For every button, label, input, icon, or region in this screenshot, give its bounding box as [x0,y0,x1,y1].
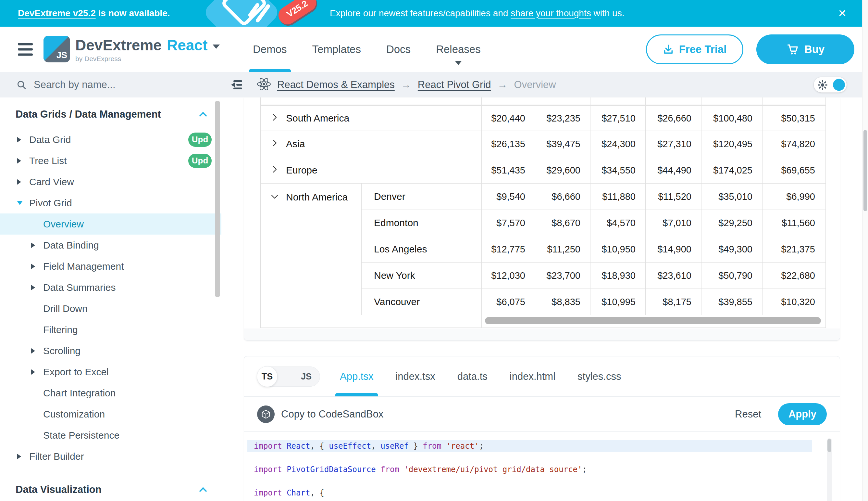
pivot-row-new-york: New York$12,030$23,700$18,930$23,610$50,… [362,263,825,289]
expand-arrow-icon[interactable] [17,201,24,205]
sidebar-item-filtering[interactable]: Filtering [0,319,221,340]
expand-arrow-icon[interactable] [31,348,38,354]
expand-arrow-icon[interactable] [31,369,38,375]
pivot-region-cell-north-america[interactable]: North America [261,183,362,315]
code-line: import Chart, { [254,487,840,499]
chevron-right-icon[interactable] [270,113,279,125]
chevron-down-icon[interactable] [270,192,279,204]
section-title: Data Visualization [15,484,102,495]
nav-item-demos[interactable]: Demos [253,26,287,72]
tab-styles-css[interactable]: styles.css [578,356,621,396]
tab-index-html[interactable]: index.html [510,356,556,396]
language-toggle-selected[interactable]: TS [257,366,277,387]
reset-button[interactable]: Reset [735,408,761,420]
theme-toggle-knob[interactable] [833,79,845,91]
sidebar-item-scrolling[interactable]: Scrolling [0,340,221,361]
sidebar-item-chart-integration[interactable]: Chart Integration [0,382,221,404]
search-input[interactable]: Search by name... [0,72,221,97]
apply-button[interactable]: Apply [778,403,827,425]
sidebar-item-drill-down[interactable]: Drill Down [0,298,221,319]
pivot-value-cell: $44,490 [646,157,702,183]
tab-index-tsx[interactable]: index.tsx [395,356,435,396]
chevron-down-icon[interactable] [213,44,220,49]
sidebar-item-label: Tree List [29,155,67,166]
page-scrollbar[interactable] [862,0,868,501]
sidebar-item-card-view[interactable]: Card View [0,171,221,192]
expand-arrow-icon[interactable] [31,242,38,248]
sidebar-item-overview[interactable]: Overview [0,213,221,235]
expand-arrow-icon[interactable] [31,285,38,290]
chevron-right-icon[interactable] [270,164,279,177]
share-your-thoughts-link[interactable]: share your thoughts [510,8,591,18]
pivot-region-cell-asia[interactable]: Asia [261,131,482,157]
framework-selector[interactable]: React [167,38,207,53]
pivot-empty-cell [535,97,591,105]
hamburger-menu-icon[interactable] [18,43,33,56]
nav-item-docs[interactable]: Docs [386,26,411,72]
code-panel: TS JS App.tsxindex.tsxdata.tsindex.htmls… [244,356,840,501]
free-trial-button[interactable]: Free Trial [646,34,743,64]
sidebar-item-pivot-grid[interactable]: Pivot Grid [0,192,221,213]
expand-arrow-icon[interactable] [17,137,24,143]
tab-data-ts[interactable]: data.ts [457,356,487,396]
code-editor[interactable]: import React, { useEffect, useRef } from… [244,432,840,499]
toolbar-band: Search by name... React Demos & Examples… [0,72,862,97]
code-scrollbar[interactable] [827,438,832,501]
horizontal-scrollbar[interactable] [482,315,825,328]
copy-to-codesandbox-link[interactable]: Copy to CodeSandBox [281,408,383,420]
tab-app-tsx[interactable]: App.tsx [340,356,373,396]
main-content: South America$20,440$23,235$27,510$26,66… [221,97,862,501]
pivot-value-cell: $39,475 [535,131,591,157]
close-icon[interactable]: ✕ [838,8,847,19]
sidebar-item-state-persistence[interactable]: State Persistence [0,425,221,446]
sidebar-item-tree-list[interactable]: Tree ListUpd [0,150,221,171]
pivot-value-cell: $29,250 [702,210,762,236]
sidebar-item-label: Export to Excel [43,366,109,377]
sidebar-item-field-management[interactable]: Field Management [0,256,221,277]
codesandbox-icon[interactable] [257,405,275,423]
chevron-up-icon [199,487,207,495]
sidebar-section-data-grids-data-management[interactable]: Data Grids / Data Management [0,100,221,129]
sidebar-item-label: Data Grid [29,134,71,145]
buy-button[interactable]: Buy [756,34,854,64]
chevron-right-icon[interactable] [270,138,279,150]
sidebar-item-export-to-excel[interactable]: Export to Excel [0,361,221,382]
expand-arrow-icon[interactable] [31,264,38,269]
nav-item-releases[interactable]: Releases [436,26,481,72]
nav-item-templates[interactable]: Templates [312,26,361,72]
pivot-value-cell: $24,300 [591,131,646,157]
breadcrumb-demos-examples[interactable]: React Demos & Examples [277,79,395,90]
status-badge: Upd [188,154,212,168]
collapse-sidebar-icon[interactable] [229,78,244,91]
pivot-region-cell-europe[interactable]: Europe [261,157,482,183]
breadcrumb-react-pivot-grid[interactable]: React Pivot Grid [418,79,491,90]
pivot-row-north-america: North AmericaDenver$9,540$6,660$11,880$1… [261,183,825,315]
pivot-label-spacer [261,97,482,105]
sidebar-item-filter-builder[interactable]: Filter Builder [0,446,221,467]
pivot-city-rows: Denver$9,540$6,660$11,880$11,520$35,010$… [362,183,825,315]
sidebar-item-customization[interactable]: Customization [0,404,221,425]
banner-version-link[interactable]: DevExtreme v25.2 [18,8,96,18]
pivot-row-europe: Europe$51,435$29,600$34,550$44,490$174,0… [261,157,825,183]
sidebar-section-data-visualization[interactable]: Data Visualization [0,475,221,501]
sidebar-item-data-binding[interactable]: Data Binding [0,235,221,256]
sidebar-item-data-grid[interactable]: Data GridUpd [0,129,221,150]
pivot-row-asia: Asia$26,135$39,475$24,300$27,310$120,495… [261,131,825,157]
demo-card-footer [244,329,840,340]
pivot-region-cell-south-america[interactable]: South America [261,106,482,131]
expand-arrow-icon[interactable] [17,179,24,185]
sidebar-scrollbar[interactable] [215,101,220,297]
horizontal-scrollbar-thumb[interactable] [485,317,821,324]
expand-arrow-icon[interactable] [17,158,24,164]
file-tabs: App.tsxindex.tsxdata.tsindex.htmlstyles.… [340,356,621,396]
theme-toggle[interactable] [814,77,847,93]
language-toggle[interactable]: TS JS [257,366,320,387]
expand-arrow-icon[interactable] [17,454,24,459]
pivot-empty-cell [702,97,762,105]
pivot-value-cell: $8,835 [535,289,591,315]
code-tabs-row: TS JS App.tsxindex.tsxdata.tsindex.htmls… [244,356,840,397]
sidebar-item-data-summaries[interactable]: Data Summaries [0,277,221,298]
language-toggle-other[interactable]: JS [301,366,312,387]
devextreme-logo[interactable]: JS [44,36,70,62]
sidebar-item-label: Drill Down [43,303,88,314]
